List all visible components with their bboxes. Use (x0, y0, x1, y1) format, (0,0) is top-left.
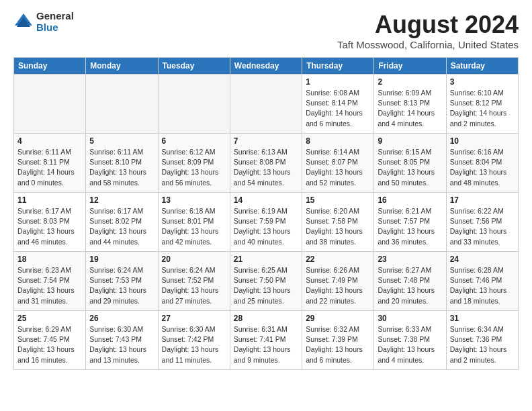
calendar-day-cell: 26Sunrise: 6:30 AMSunset: 7:43 PMDayligh… (86, 311, 158, 370)
day-info: Sunrise: 6:33 AMSunset: 7:38 PMDaylight:… (378, 324, 442, 365)
calendar-day-cell: 9Sunrise: 6:15 AMSunset: 8:05 PMDaylight… (374, 134, 446, 193)
day-number: 30 (378, 314, 442, 323)
calendar-day-cell: 2Sunrise: 6:09 AMSunset: 8:13 PMDaylight… (374, 75, 446, 134)
day-info: Sunrise: 6:28 AMSunset: 7:46 PMDaylight:… (450, 265, 515, 306)
logo-text: General Blue (36, 11, 74, 33)
day-number: 28 (234, 314, 298, 323)
header: General Blue August 2024 Taft Mosswood, … (13, 11, 519, 50)
day-info: Sunrise: 6:24 AMSunset: 7:53 PMDaylight:… (89, 265, 154, 306)
day-info: Sunrise: 6:29 AMSunset: 7:45 PMDaylight:… (17, 324, 82, 365)
calendar-week-row: 4Sunrise: 6:11 AMSunset: 8:11 PMDaylight… (14, 134, 519, 193)
day-info: Sunrise: 6:19 AMSunset: 7:59 PMDaylight:… (234, 206, 298, 247)
day-info: Sunrise: 6:34 AMSunset: 7:36 PMDaylight:… (450, 324, 515, 365)
day-number: 25 (17, 314, 82, 323)
calendar-header-row: SundayMondayTuesdayWednesdayThursdayFrid… (14, 58, 519, 75)
day-number: 12 (89, 195, 154, 205)
day-info: Sunrise: 6:22 AMSunset: 7:56 PMDaylight:… (450, 206, 515, 247)
day-number: 3 (450, 77, 515, 87)
day-info: Sunrise: 6:10 AMSunset: 8:12 PMDaylight:… (450, 88, 515, 129)
calendar-day-cell (86, 75, 158, 134)
logo: General Blue (13, 11, 74, 33)
calendar-day-cell: 22Sunrise: 6:26 AMSunset: 7:49 PMDayligh… (302, 252, 374, 311)
calendar-day-cell: 16Sunrise: 6:21 AMSunset: 7:57 PMDayligh… (374, 193, 446, 252)
day-number: 26 (89, 314, 154, 323)
calendar-header-saturday: Saturday (446, 58, 518, 75)
day-number: 18 (17, 255, 82, 264)
day-info: Sunrise: 6:25 AMSunset: 7:50 PMDaylight:… (234, 265, 298, 306)
calendar-day-cell: 5Sunrise: 6:11 AMSunset: 8:10 PMDaylight… (86, 134, 158, 193)
calendar-day-cell: 31Sunrise: 6:34 AMSunset: 7:36 PMDayligh… (446, 311, 518, 370)
calendar-header-tuesday: Tuesday (158, 58, 230, 75)
day-info: Sunrise: 6:18 AMSunset: 8:01 PMDaylight:… (162, 206, 226, 247)
day-info: Sunrise: 6:13 AMSunset: 8:08 PMDaylight:… (234, 147, 298, 188)
day-number: 1 (306, 77, 370, 87)
calendar-header-monday: Monday (86, 58, 158, 75)
calendar-day-cell (158, 75, 230, 134)
calendar-table: SundayMondayTuesdayWednesdayThursdayFrid… (13, 57, 519, 370)
calendar-day-cell: 12Sunrise: 6:17 AMSunset: 8:02 PMDayligh… (86, 193, 158, 252)
calendar-header-thursday: Thursday (302, 58, 374, 75)
day-number: 7 (234, 136, 298, 146)
day-number: 22 (306, 255, 370, 264)
day-info: Sunrise: 6:23 AMSunset: 7:54 PMDaylight:… (17, 265, 82, 306)
calendar-day-cell: 27Sunrise: 6:30 AMSunset: 7:42 PMDayligh… (158, 311, 230, 370)
day-number: 16 (378, 195, 442, 205)
calendar-week-row: 25Sunrise: 6:29 AMSunset: 7:45 PMDayligh… (14, 311, 519, 370)
day-info: Sunrise: 6:12 AMSunset: 8:09 PMDaylight:… (162, 147, 226, 188)
logo-blue: Blue (36, 22, 74, 34)
day-number: 4 (17, 136, 82, 146)
day-info: Sunrise: 6:30 AMSunset: 7:42 PMDaylight:… (162, 324, 226, 365)
calendar-day-cell: 11Sunrise: 6:17 AMSunset: 8:03 PMDayligh… (14, 193, 86, 252)
day-info: Sunrise: 6:08 AMSunset: 8:14 PMDaylight:… (306, 88, 370, 129)
calendar-week-row: 1Sunrise: 6:08 AMSunset: 8:14 PMDaylight… (14, 75, 519, 134)
day-number: 15 (306, 195, 370, 205)
title-area: August 2024 Taft Mosswood, California, U… (337, 11, 519, 50)
day-info: Sunrise: 6:26 AMSunset: 7:49 PMDaylight:… (306, 265, 370, 306)
calendar-day-cell: 28Sunrise: 6:31 AMSunset: 7:41 PMDayligh… (230, 311, 302, 370)
calendar-day-cell: 13Sunrise: 6:18 AMSunset: 8:01 PMDayligh… (158, 193, 230, 252)
day-number: 8 (306, 136, 370, 146)
calendar-day-cell: 30Sunrise: 6:33 AMSunset: 7:38 PMDayligh… (374, 311, 446, 370)
calendar-day-cell: 6Sunrise: 6:12 AMSunset: 8:09 PMDaylight… (158, 134, 230, 193)
day-number: 29 (306, 314, 370, 323)
day-number: 21 (234, 255, 298, 264)
calendar-week-row: 18Sunrise: 6:23 AMSunset: 7:54 PMDayligh… (14, 252, 519, 311)
calendar-day-cell: 15Sunrise: 6:20 AMSunset: 7:58 PMDayligh… (302, 193, 374, 252)
day-number: 13 (162, 195, 226, 205)
calendar-day-cell: 25Sunrise: 6:29 AMSunset: 7:45 PMDayligh… (14, 311, 86, 370)
calendar-day-cell: 29Sunrise: 6:32 AMSunset: 7:39 PMDayligh… (302, 311, 374, 370)
calendar-day-cell: 7Sunrise: 6:13 AMSunset: 8:08 PMDaylight… (230, 134, 302, 193)
logo-general: General (36, 11, 74, 22)
calendar-day-cell: 17Sunrise: 6:22 AMSunset: 7:56 PMDayligh… (446, 193, 518, 252)
location-subtitle: Taft Mosswood, California, United States (337, 39, 519, 50)
day-info: Sunrise: 6:30 AMSunset: 7:43 PMDaylight:… (89, 324, 154, 365)
day-info: Sunrise: 6:20 AMSunset: 7:58 PMDaylight:… (306, 206, 370, 247)
calendar-day-cell (14, 75, 86, 134)
calendar-day-cell: 18Sunrise: 6:23 AMSunset: 7:54 PMDayligh… (14, 252, 86, 311)
calendar-day-cell: 21Sunrise: 6:25 AMSunset: 7:50 PMDayligh… (230, 252, 302, 311)
calendar-day-cell: 1Sunrise: 6:08 AMSunset: 8:14 PMDaylight… (302, 75, 374, 134)
day-info: Sunrise: 6:21 AMSunset: 7:57 PMDaylight:… (378, 206, 442, 247)
day-info: Sunrise: 6:17 AMSunset: 8:03 PMDaylight:… (17, 206, 82, 247)
day-number: 20 (162, 255, 226, 264)
calendar-day-cell: 23Sunrise: 6:27 AMSunset: 7:48 PMDayligh… (374, 252, 446, 311)
calendar-week-row: 11Sunrise: 6:17 AMSunset: 8:03 PMDayligh… (14, 193, 519, 252)
calendar-header-sunday: Sunday (14, 58, 86, 75)
calendar-day-cell: 8Sunrise: 6:14 AMSunset: 8:07 PMDaylight… (302, 134, 374, 193)
day-number: 17 (450, 195, 515, 205)
day-number: 10 (450, 136, 515, 146)
month-title: August 2024 (337, 11, 519, 39)
day-number: 9 (378, 136, 442, 146)
day-info: Sunrise: 6:15 AMSunset: 8:05 PMDaylight:… (378, 147, 442, 188)
day-info: Sunrise: 6:17 AMSunset: 8:02 PMDaylight:… (89, 206, 154, 247)
day-number: 27 (162, 314, 226, 323)
day-number: 19 (89, 255, 154, 264)
day-number: 6 (162, 136, 226, 146)
day-number: 5 (89, 136, 154, 146)
calendar-day-cell: 10Sunrise: 6:16 AMSunset: 8:04 PMDayligh… (446, 134, 518, 193)
calendar-day-cell: 20Sunrise: 6:24 AMSunset: 7:52 PMDayligh… (158, 252, 230, 311)
day-info: Sunrise: 6:32 AMSunset: 7:39 PMDaylight:… (306, 324, 370, 365)
calendar-header-friday: Friday (374, 58, 446, 75)
day-number: 23 (378, 255, 442, 264)
day-number: 14 (234, 195, 298, 205)
